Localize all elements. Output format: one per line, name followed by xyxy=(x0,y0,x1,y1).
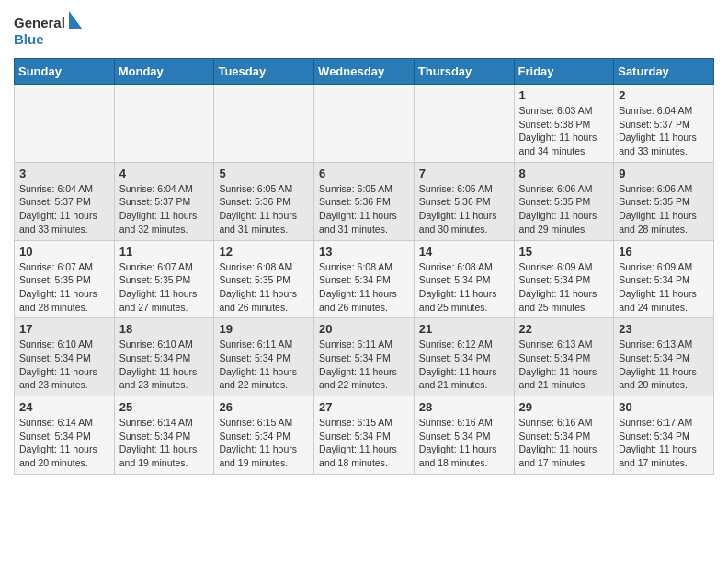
day-info: Sunrise: 6:10 AM Sunset: 5:34 PM Dayligh… xyxy=(19,338,109,392)
calendar-cell xyxy=(15,85,115,163)
day-header-tuesday: Tuesday xyxy=(214,59,314,85)
calendar-cell: 25Sunrise: 6:14 AM Sunset: 5:34 PM Dayli… xyxy=(114,396,214,475)
calendar-cell: 21Sunrise: 6:12 AM Sunset: 5:34 PM Dayli… xyxy=(414,318,514,396)
day-number: 27 xyxy=(319,400,409,414)
day-number: 23 xyxy=(619,322,709,336)
week-row-1: 1Sunrise: 6:03 AM Sunset: 5:38 PM Daylig… xyxy=(15,85,714,163)
day-info: Sunrise: 6:08 AM Sunset: 5:34 PM Dayligh… xyxy=(419,260,509,315)
week-row-5: 24Sunrise: 6:14 AM Sunset: 5:34 PM Dayli… xyxy=(15,396,714,475)
day-number: 14 xyxy=(419,245,509,259)
calendar-cell: 29Sunrise: 6:16 AM Sunset: 5:34 PM Dayli… xyxy=(514,396,614,475)
day-number: 7 xyxy=(419,167,509,180)
calendar-cell: 18Sunrise: 6:10 AM Sunset: 5:34 PM Dayli… xyxy=(114,318,214,396)
calendar-cell: 14Sunrise: 6:08 AM Sunset: 5:34 PM Dayli… xyxy=(414,240,514,318)
calendar-cell: 22Sunrise: 6:13 AM Sunset: 5:34 PM Dayli… xyxy=(514,318,614,396)
day-number: 18 xyxy=(119,322,210,336)
calendar-cell: 1Sunrise: 6:03 AM Sunset: 5:38 PM Daylig… xyxy=(514,85,614,163)
calendar-cell: 9Sunrise: 6:06 AM Sunset: 5:35 PM Daylig… xyxy=(614,162,714,240)
day-info: Sunrise: 6:13 AM Sunset: 5:34 PM Dayligh… xyxy=(619,338,709,392)
day-info: Sunrise: 6:17 AM Sunset: 5:34 PM Dayligh… xyxy=(619,416,709,470)
calendar-table: SundayMondayTuesdayWednesdayThursdayFrid… xyxy=(14,58,714,475)
day-number: 17 xyxy=(19,322,109,336)
day-info: Sunrise: 6:04 AM Sunset: 5:37 PM Dayligh… xyxy=(619,104,709,158)
day-number: 3 xyxy=(19,167,109,180)
calendar-cell: 17Sunrise: 6:10 AM Sunset: 5:34 PM Dayli… xyxy=(15,318,115,396)
calendar-cell: 6Sunrise: 6:05 AM Sunset: 5:36 PM Daylig… xyxy=(314,162,415,240)
day-header-friday: Friday xyxy=(514,59,614,85)
day-number: 19 xyxy=(219,322,309,336)
calendar-cell xyxy=(114,85,214,163)
day-number: 4 xyxy=(119,167,210,180)
day-header-wednesday: Wednesday xyxy=(314,59,415,85)
week-row-3: 10Sunrise: 6:07 AM Sunset: 5:35 PM Dayli… xyxy=(15,240,714,318)
calendar-cell: 11Sunrise: 6:07 AM Sunset: 5:35 PM Dayli… xyxy=(114,240,214,318)
day-info: Sunrise: 6:05 AM Sunset: 5:36 PM Dayligh… xyxy=(319,182,409,236)
day-info: Sunrise: 6:07 AM Sunset: 5:35 PM Dayligh… xyxy=(119,260,210,315)
day-info: Sunrise: 6:05 AM Sunset: 5:36 PM Dayligh… xyxy=(219,182,309,236)
days-header-row: SundayMondayTuesdayWednesdayThursdayFrid… xyxy=(15,59,714,85)
svg-marker-0 xyxy=(69,11,83,29)
day-info: Sunrise: 6:04 AM Sunset: 5:37 PM Dayligh… xyxy=(119,182,210,236)
day-header-thursday: Thursday xyxy=(414,59,514,85)
day-number: 6 xyxy=(319,167,409,180)
calendar-cell: 10Sunrise: 6:07 AM Sunset: 5:35 PM Dayli… xyxy=(15,240,115,318)
day-info: Sunrise: 6:09 AM Sunset: 5:34 PM Dayligh… xyxy=(519,260,609,315)
day-number: 10 xyxy=(19,245,109,259)
calendar-cell: 15Sunrise: 6:09 AM Sunset: 5:34 PM Dayli… xyxy=(514,240,614,318)
calendar-cell: 16Sunrise: 6:09 AM Sunset: 5:34 PM Dayli… xyxy=(614,240,714,318)
calendar-cell: 26Sunrise: 6:15 AM Sunset: 5:34 PM Dayli… xyxy=(214,396,314,475)
calendar-cell: 5Sunrise: 6:05 AM Sunset: 5:36 PM Daylig… xyxy=(214,162,314,240)
day-info: Sunrise: 6:04 AM Sunset: 5:37 PM Dayligh… xyxy=(19,182,109,236)
day-info: Sunrise: 6:12 AM Sunset: 5:34 PM Dayligh… xyxy=(419,338,509,392)
week-row-2: 3Sunrise: 6:04 AM Sunset: 5:37 PM Daylig… xyxy=(15,162,714,240)
calendar-cell xyxy=(214,85,314,163)
day-number: 11 xyxy=(119,245,210,259)
calendar-cell: 27Sunrise: 6:15 AM Sunset: 5:34 PM Dayli… xyxy=(314,396,415,475)
day-info: Sunrise: 6:06 AM Sunset: 5:35 PM Dayligh… xyxy=(619,182,709,236)
svg-text:Blue: Blue xyxy=(14,31,44,47)
calendar-cell xyxy=(414,85,514,163)
day-number: 25 xyxy=(119,400,210,414)
day-number: 12 xyxy=(219,245,309,259)
day-header-sunday: Sunday xyxy=(15,59,115,85)
day-info: Sunrise: 6:16 AM Sunset: 5:34 PM Dayligh… xyxy=(419,416,509,470)
calendar-cell: 8Sunrise: 6:06 AM Sunset: 5:35 PM Daylig… xyxy=(514,162,614,240)
calendar-cell xyxy=(314,85,415,163)
day-info: Sunrise: 6:15 AM Sunset: 5:34 PM Dayligh… xyxy=(319,416,409,470)
header: GeneralBlue xyxy=(14,9,714,51)
day-info: Sunrise: 6:14 AM Sunset: 5:34 PM Dayligh… xyxy=(119,416,210,470)
calendar-cell: 12Sunrise: 6:08 AM Sunset: 5:35 PM Dayli… xyxy=(214,240,314,318)
day-info: Sunrise: 6:07 AM Sunset: 5:35 PM Dayligh… xyxy=(19,260,109,315)
day-number: 15 xyxy=(519,245,609,259)
calendar-cell: 30Sunrise: 6:17 AM Sunset: 5:34 PM Dayli… xyxy=(614,396,714,475)
day-number: 5 xyxy=(219,167,309,180)
calendar-cell: 28Sunrise: 6:16 AM Sunset: 5:34 PM Dayli… xyxy=(414,396,514,475)
calendar-cell: 19Sunrise: 6:11 AM Sunset: 5:34 PM Dayli… xyxy=(214,318,314,396)
calendar-cell: 24Sunrise: 6:14 AM Sunset: 5:34 PM Dayli… xyxy=(15,396,115,475)
calendar-cell: 4Sunrise: 6:04 AM Sunset: 5:37 PM Daylig… xyxy=(114,162,214,240)
calendar-cell: 2Sunrise: 6:04 AM Sunset: 5:37 PM Daylig… xyxy=(614,85,714,163)
day-info: Sunrise: 6:09 AM Sunset: 5:34 PM Dayligh… xyxy=(619,260,709,315)
day-header-monday: Monday xyxy=(114,59,214,85)
day-number: 20 xyxy=(319,322,409,336)
day-number: 26 xyxy=(219,400,309,414)
day-info: Sunrise: 6:15 AM Sunset: 5:34 PM Dayligh… xyxy=(219,416,309,470)
day-number: 16 xyxy=(619,245,709,259)
day-info: Sunrise: 6:13 AM Sunset: 5:34 PM Dayligh… xyxy=(519,338,609,392)
calendar-cell: 20Sunrise: 6:11 AM Sunset: 5:34 PM Dayli… xyxy=(314,318,415,396)
day-info: Sunrise: 6:16 AM Sunset: 5:34 PM Dayligh… xyxy=(519,416,609,470)
day-info: Sunrise: 6:05 AM Sunset: 5:36 PM Dayligh… xyxy=(419,182,509,236)
day-number: 9 xyxy=(619,167,709,180)
day-info: Sunrise: 6:08 AM Sunset: 5:35 PM Dayligh… xyxy=(219,260,309,315)
day-info: Sunrise: 6:03 AM Sunset: 5:38 PM Dayligh… xyxy=(519,104,609,158)
calendar-cell: 13Sunrise: 6:08 AM Sunset: 5:34 PM Dayli… xyxy=(314,240,415,318)
day-info: Sunrise: 6:14 AM Sunset: 5:34 PM Dayligh… xyxy=(19,416,109,470)
day-number: 24 xyxy=(19,400,109,414)
day-info: Sunrise: 6:11 AM Sunset: 5:34 PM Dayligh… xyxy=(319,338,409,392)
day-number: 21 xyxy=(419,322,509,336)
logo-svg: GeneralBlue xyxy=(14,9,87,51)
day-number: 8 xyxy=(519,167,609,180)
day-info: Sunrise: 6:10 AM Sunset: 5:34 PM Dayligh… xyxy=(119,338,210,392)
calendar-cell: 23Sunrise: 6:13 AM Sunset: 5:34 PM Dayli… xyxy=(614,318,714,396)
day-number: 22 xyxy=(519,322,609,336)
